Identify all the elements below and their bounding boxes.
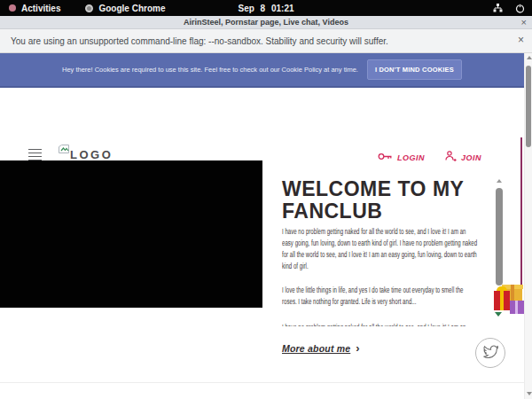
page-viewport: Hey there! Cookies are required to use t… [0, 53, 532, 399]
logo-label: LOGO [70, 148, 113, 161]
profile-video[interactable] [0, 160, 262, 308]
browser-tab-bar: AirinSteel, Pornstar page, Live chat, Vi… [0, 16, 532, 29]
join-label: JOIN [461, 153, 481, 162]
more-about-me-label: More about me [282, 343, 350, 354]
login-label: LOGIN [397, 153, 425, 162]
gift-widget-green-accent [495, 312, 502, 317]
more-about-me-link[interactable]: More about me › [282, 343, 360, 354]
about-paragraph-3-clipped: I have no problem getting naked for all … [282, 322, 479, 326]
twitter-bird-icon [482, 344, 498, 362]
tab-close-icon[interactable]: × [521, 17, 527, 27]
scroll-up-icon[interactable] [527, 56, 532, 59]
broken-image-icon [59, 141, 69, 150]
text-scroll-up-icon[interactable] [497, 179, 502, 183]
about-paragraph-2: I love the little things in life, and ye… [282, 285, 479, 308]
network-icon[interactable] [493, 4, 503, 12]
gift-box-purple[interactable] [510, 301, 524, 314]
infobar-message: You are using an unsupported command-lin… [11, 36, 388, 46]
section-divider [0, 382, 524, 383]
gift-widget-string [520, 137, 522, 285]
chevron-right-icon: › [356, 344, 359, 353]
site-header: LOGO LOGIN [0, 88, 524, 160]
gnome-top-bar: Activities Google Chrome Sep 8 01:21 [0, 0, 532, 16]
cookie-message: Hey there! Cookies are required to use t… [62, 66, 358, 74]
site-logo[interactable]: LOGO [59, 141, 113, 161]
scrollbar-thumb[interactable] [526, 66, 531, 147]
twitter-link[interactable] [475, 338, 505, 368]
infobar-close-icon[interactable]: × [518, 34, 524, 46]
hamburger-menu-icon[interactable] [28, 149, 42, 160]
tab-title[interactable]: AirinSteel, Pornstar page, Live chat, Vi… [184, 18, 348, 27]
browser-scrollbar[interactable] [524, 53, 532, 399]
clock[interactable]: Sep 8 01:21 [0, 4, 532, 13]
power-icon[interactable] [515, 4, 525, 13]
key-icon [378, 152, 393, 163]
accept-cookies-button[interactable]: I DON'T MIND COOKIES [367, 59, 462, 80]
login-link[interactable]: LOGIN [378, 152, 425, 163]
scroll-down-icon[interactable] [527, 392, 532, 395]
gift-box-red[interactable] [494, 291, 510, 310]
screen: Activities Google Chrome Sep 8 01:21 [0, 0, 532, 399]
join-link[interactable]: JOIN [444, 151, 481, 164]
text-scrollbar-thumb[interactable] [496, 188, 503, 286]
person-add-icon [444, 151, 457, 164]
welcome-heading: WELCOME TO MY FANCLUB [282, 178, 464, 223]
about-paragraph-1: I have no problem getting naked for all … [282, 226, 479, 272]
cookie-banner: Hey there! Cookies are required to use t… [0, 53, 524, 88]
sandbox-warning-infobar: You are using an unsupported command-lin… [0, 29, 532, 53]
